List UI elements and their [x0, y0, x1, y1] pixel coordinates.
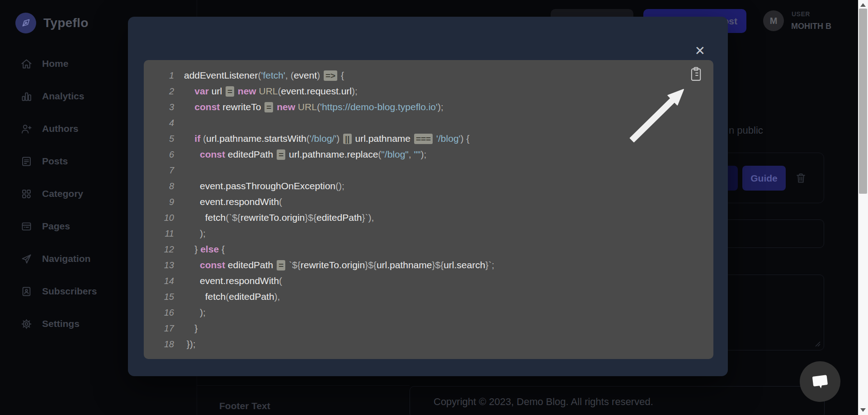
- user-role-label: USER: [792, 10, 810, 18]
- sidebar-item-label: Settings: [42, 318, 80, 329]
- code-snippet-modal: ✕ 1addEventListener('fetch', (event) => …: [128, 17, 728, 376]
- guide-button[interactable]: Guide: [742, 166, 786, 191]
- typeflo-logo-icon: [15, 13, 36, 33]
- analytics-icon: [20, 90, 33, 103]
- guide-button-label: Guide: [750, 173, 778, 184]
- footer-text-label: Footer Text: [219, 401, 270, 411]
- code-line: 16 );: [144, 304, 713, 320]
- code-line: 9 event.respondWith(: [144, 194, 713, 210]
- code-line: 7: [144, 162, 713, 178]
- scrollbar-down-arrow-icon[interactable]: [860, 408, 866, 412]
- sidebar-item-label: Home: [42, 58, 68, 69]
- sidebar-item-label: Category: [42, 188, 83, 199]
- code-line: 12 } else {: [144, 241, 713, 257]
- subscriber-card-icon: [20, 285, 33, 298]
- code-line: 15 fetch(editedPath),: [144, 289, 713, 304]
- category-grid-icon: [20, 188, 33, 200]
- copyright-text: Copyright © 2023, Demo Blog. All rights …: [434, 396, 653, 408]
- page-scrollbar[interactable]: [858, 0, 868, 415]
- scrollbar-up-arrow-icon[interactable]: [860, 3, 866, 7]
- close-icon[interactable]: ✕: [695, 45, 705, 57]
- brand-name: Typeflo: [43, 16, 89, 30]
- code-line: 14 event.respondWith(: [144, 273, 713, 289]
- annotation-arrow-icon: [624, 81, 692, 149]
- scrollbar-thumb[interactable]: [859, 9, 867, 194]
- sidebar-item-label: Subscribers: [42, 286, 97, 297]
- delete-button[interactable]: [795, 172, 807, 186]
- code-line: 17 }: [144, 320, 713, 336]
- chat-bubble-icon: [810, 372, 830, 391]
- code-line: 1addEventListener('fetch', (event) => {: [144, 67, 713, 83]
- code-line: 8 event.passThroughOnException();: [144, 178, 713, 194]
- posts-icon: [20, 155, 33, 168]
- home-icon: [20, 58, 33, 70]
- chat-widget-button[interactable]: [800, 361, 840, 402]
- partial-setting-text: n public: [729, 125, 763, 136]
- avatar-letter: M: [770, 16, 778, 26]
- sidebar-item-label: Pages: [42, 221, 70, 232]
- avatar[interactable]: M: [763, 10, 784, 31]
- sidebar-item-label: Posts: [42, 156, 68, 167]
- trash-icon: [795, 172, 807, 184]
- sidebar-item-label: Analytics: [42, 91, 84, 102]
- code-line: 10 fetch(`${rewriteTo.origin}${editedPat…: [144, 210, 713, 225]
- resize-handle-icon[interactable]: [814, 340, 821, 347]
- code-line: 18 });: [144, 336, 713, 352]
- footer-divider: [197, 385, 410, 386]
- user-plus-icon: [20, 123, 33, 135]
- gear-icon: [20, 318, 33, 330]
- sidebar-item-label: Authors: [42, 123, 79, 134]
- brand[interactable]: Typeflo: [15, 13, 89, 33]
- copyright-input[interactable]: Copyright © 2023, Demo Blog. All rights …: [410, 386, 825, 415]
- clipboard-icon: [689, 66, 703, 82]
- code-line: 11 );: [144, 225, 713, 241]
- code-line: 13 const editedPath = `${rewriteTo.origi…: [144, 257, 713, 273]
- sidebar-item-label: Navigation: [42, 253, 90, 264]
- user-name: MOHITH B: [791, 22, 831, 31]
- pages-icon: [20, 220, 33, 233]
- send-icon: [20, 253, 33, 265]
